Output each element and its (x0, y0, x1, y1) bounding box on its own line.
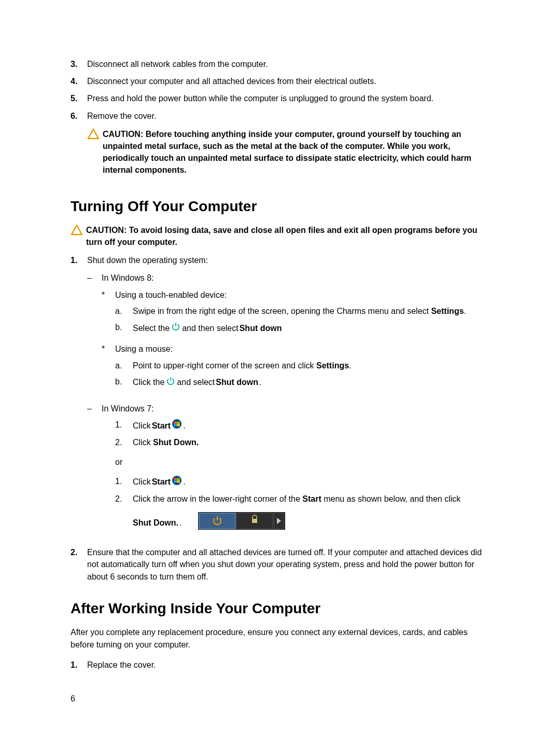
after-steps: 1. Replace the cover. (71, 659, 493, 671)
step-text: Shut down the operating system: (87, 256, 208, 265)
start-word: Start (152, 476, 171, 488)
method-label: Using a touch-enabled device: (115, 291, 227, 299)
dash-marker: – (87, 403, 102, 537)
page-number: 6 (71, 693, 75, 705)
step-body: Remove the cover. CAUTION: Before touchi… (87, 110, 493, 181)
step-text: Click the arrow in the lower-right corne… (133, 493, 493, 533)
step-number: 4. (71, 75, 87, 87)
shutdown-buttons-image (198, 512, 285, 533)
step-6: 6. Remove the cover. CAUTION: Before tou… (71, 110, 493, 181)
mouse-step-b: b. Click the (115, 376, 493, 389)
text-part: Click the arrow in the lower-right corne… (133, 494, 302, 503)
step-text: Remove the cover. (87, 112, 156, 120)
method-touch: * Using a touch-enabled device: a. Swipe… (102, 289, 493, 339)
period: . (464, 307, 466, 315)
os-windows-7: – In Windows 7: 1. Click Start (87, 403, 493, 537)
os-label: In Windows 8: (102, 273, 153, 282)
win7-alt-step-2: 2. Click the arrow in the lower-right co… (115, 493, 493, 533)
text-part: and then select (182, 322, 239, 334)
after-intro: After you complete any replacement proce… (71, 626, 493, 650)
caution-icon (71, 224, 86, 239)
step-text: Click Start (133, 475, 493, 489)
method-mouse: * Using a mouse: a. Point to upper-right… (102, 343, 493, 393)
num-marker: 2. (115, 493, 133, 533)
shut-down-word: Shut Down. (153, 438, 199, 447)
caution-body: To avoid losing data, save and close all… (86, 226, 478, 246)
step-number: 6. (71, 110, 87, 122)
step-number: 1. (71, 254, 87, 266)
or-separator: or (115, 456, 493, 468)
num-marker: 1. (115, 419, 133, 432)
text-part: Point to upper-right corner of the scree… (133, 361, 316, 370)
caution-block: CAUTION: Before touching anything inside… (87, 128, 493, 176)
shut-down-word: Shut down (240, 322, 282, 334)
alpha-marker: a. (115, 360, 133, 371)
text-part: Select the (133, 322, 170, 334)
turnoff-step-1: 1. Shut down the operating system: – In … (71, 254, 493, 541)
settings-word: Settings (431, 307, 464, 315)
step-text: Select the (133, 321, 493, 335)
step-number: 5. (71, 92, 87, 104)
os-list: – In Windows 8: * Using a touch-enabled … (87, 272, 493, 538)
text-part: Click (133, 420, 151, 432)
touch-step-a: a. Swipe in from the right edge of the s… (115, 305, 493, 317)
alpha-marker: b. (115, 321, 133, 335)
pre-steps-list: 3. Disconnect all network cables from th… (71, 58, 493, 181)
os-label: In Windows 7: (102, 404, 153, 413)
win7-step-2: 2. Click Shut Down. (115, 436, 493, 448)
text-part: Click the (133, 376, 164, 388)
page: 3. Disconnect all network cables from th… (0, 0, 560, 744)
svg-rect-9 (199, 513, 235, 529)
text-part: Click (133, 476, 151, 488)
caution-label: CAUTION: (86, 226, 129, 235)
settings-word: Settings (316, 361, 349, 370)
step-number: 2. (71, 546, 87, 558)
turnoff-steps: 1. Shut down the operating system: – In … (71, 254, 493, 582)
heading-turning-off: Turning Off Your Computer (71, 196, 493, 217)
mouse-steps: a. Point to upper-right corner of the sc… (115, 360, 493, 389)
text-part: menu as shown below, and then click (321, 494, 461, 503)
step-3: 3. Disconnect all network cables from th… (71, 58, 493, 70)
step-text: Swipe in from the right edge of the scre… (133, 305, 493, 317)
step-text: Ensure that the computer and all attache… (87, 546, 493, 583)
step-4: 4. Disconnect your computer and all atta… (71, 75, 493, 87)
step-text: Click Start (133, 419, 493, 432)
text-part: and select (177, 376, 215, 388)
star-marker: * (102, 289, 115, 339)
step-number: 3. (71, 58, 87, 70)
caution-block: CAUTION: To avoid losing data, save and … (71, 224, 493, 248)
step-text: Disconnect all network cables from the c… (87, 58, 493, 70)
mouse-step-a: a. Point to upper-right corner of the sc… (115, 360, 493, 371)
text-part: Swipe in from the right edge of the scre… (133, 307, 431, 315)
method-list: * Using a touch-enabled device: a. Swipe… (102, 289, 493, 393)
start-orb-icon (172, 475, 182, 489)
step-text: Click the (133, 376, 493, 389)
caution-icon (87, 128, 103, 143)
period: . (179, 517, 181, 529)
star-marker: * (102, 343, 115, 393)
caution-text: CAUTION: To avoid losing data, save and … (86, 224, 493, 248)
step-5: 5. Press and hold the power button while… (71, 92, 493, 104)
step-body: Shut down the operating system: – In Win… (87, 254, 493, 541)
period: . (349, 361, 351, 370)
after-step-1: 1. Replace the cover. (71, 659, 493, 671)
step-text: Replace the cover. (87, 659, 493, 671)
step-text: Point to upper-right corner of the scree… (133, 360, 493, 371)
power-icon (171, 321, 181, 335)
method-label: Using a mouse: (115, 345, 173, 353)
start-orb-icon (172, 419, 182, 432)
period: . (183, 476, 185, 488)
caution-text: CAUTION: Before touching anything inside… (103, 128, 493, 176)
heading-after-working: After Working Inside Your Computer (71, 598, 493, 619)
method-body: Using a mouse: a. Point to upper-right c… (115, 343, 493, 393)
shut-down-word: Shut down (216, 376, 258, 388)
period: . (259, 376, 261, 388)
os-body: In Windows 8: * Using a touch-enabled de… (102, 272, 493, 397)
caution-label: CAUTION: (103, 130, 146, 139)
shut-down-word: Shut Down. (133, 517, 178, 529)
turnoff-step-2: 2. Ensure that the computer and all atta… (71, 546, 493, 583)
step-text: Click Shut Down. (133, 436, 493, 448)
alpha-marker: b. (115, 376, 133, 389)
os-windows-8: – In Windows 8: * Using a touch-enabled … (87, 272, 493, 397)
num-marker: 1. (115, 475, 133, 489)
